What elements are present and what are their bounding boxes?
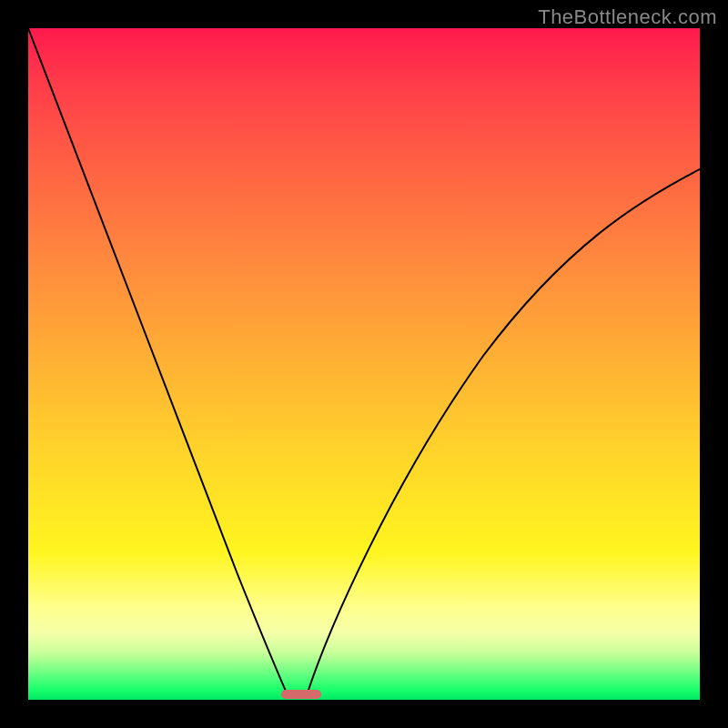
chart-frame: TheBottleneck.com — [0, 0, 728, 728]
bottleneck-marker — [281, 690, 321, 699]
plot-background-gradient — [28, 28, 700, 700]
watermark-text: TheBottleneck.com — [538, 5, 717, 29]
